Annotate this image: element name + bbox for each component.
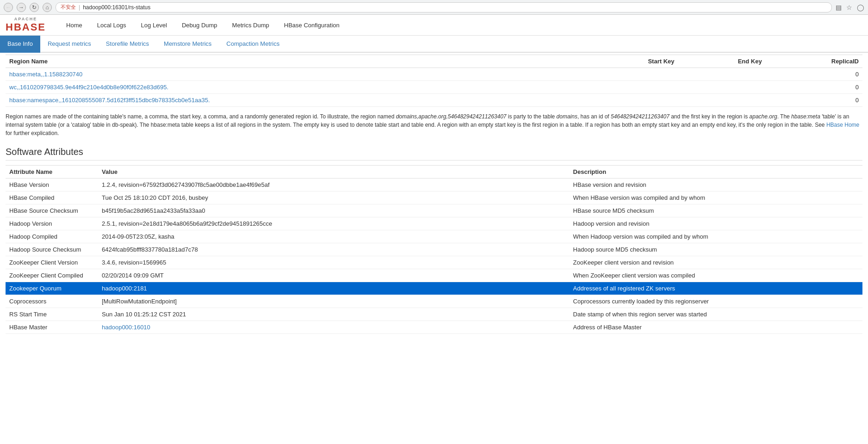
tab-compaction-metrics[interactable]: Compaction Metrics: [219, 36, 287, 53]
region-table: Region Name Start Key End Key ReplicaID …: [6, 55, 862, 107]
browser-chrome: ← → ↻ ⌂ 不安全 | hadoop000:16301/rs-status …: [0, 0, 868, 15]
main-nav: Home Local Logs Log Level Debug Dump Met…: [60, 19, 346, 31]
attr-desc-cell: HBase version and revision: [570, 179, 862, 191]
attr-desc-cell: Hadoop version and revision: [570, 217, 862, 230]
tab-base-info[interactable]: Base Info: [0, 36, 40, 53]
attr-desc-cell: ZooKeeper client version and revision: [570, 256, 862, 269]
attr-value-cell: [MultiRowMutationEndpoint]: [98, 295, 570, 308]
attr-row: RS Start Time Sun Jan 10 01:25:12 CST 20…: [6, 308, 862, 321]
nav-hbase-config[interactable]: HBase Configuration: [278, 19, 346, 31]
attr-desc-cell: When ZooKeeper client version was compil…: [570, 269, 862, 282]
attr-name-cell: ZooKeeper Client Compiled: [6, 269, 98, 282]
start-key-cell: [584, 94, 678, 107]
start-key-cell: [584, 81, 678, 94]
attr-row: Hadoop Compiled 2014-09-05T23:05Z, kasha…: [6, 230, 862, 243]
attr-value-cell: 3.4.6, revision=1569965: [98, 256, 570, 269]
nav-home[interactable]: Home: [60, 19, 89, 31]
tab-storefile-metrics[interactable]: Storefile Metrics: [99, 36, 156, 53]
col-start-key: Start Key: [584, 55, 678, 68]
replica-id-cell: 0: [766, 68, 862, 81]
hbase-text: HBASE: [6, 21, 46, 33]
attr-name-cell: ZooKeeper Client Version: [6, 256, 98, 269]
start-key-cell: [584, 68, 678, 81]
attr-desc-cell: Coprocessors currently loaded by this re…: [570, 295, 862, 308]
attr-row: HBase Compiled Tue Oct 25 18:10:20 CDT 2…: [6, 191, 862, 204]
attr-value-cell: hadoop000:16010: [98, 321, 570, 334]
attr-row: ZooKeeper Client Version 3.4.6, revision…: [6, 256, 862, 269]
address-bar[interactable]: 不安全 | hadoop000:16301/rs-status: [56, 2, 832, 12]
region-link[interactable]: wc,,1610209798345.9e44f9c210e4d0b8e90f0f…: [9, 84, 168, 91]
table-row: hbase:namespace,,1610208555087.5d162f3ff…: [6, 94, 862, 107]
account-icon[interactable]: ◯: [857, 4, 864, 11]
attr-row: ZooKeeper Client Compiled 02/20/2014 09:…: [6, 269, 862, 282]
attr-row: Hadoop Version 2.5.1, revision=2e18d179e…: [6, 217, 862, 230]
attr-desc-cell: When Hadoop version was compiled and by …: [570, 230, 862, 243]
attr-name-cell: HBase Source Checksum: [6, 204, 98, 217]
table-row: hbase:meta,,1.1588230740 0: [6, 68, 862, 81]
home-button[interactable]: ⌂: [43, 3, 52, 12]
back-button[interactable]: ←: [4, 3, 13, 12]
attr-row: Hadoop Source Checksum 6424fcab95bfff833…: [6, 243, 862, 256]
end-key-cell: [678, 81, 766, 94]
attr-name-cell: Hadoop Compiled: [6, 230, 98, 243]
region-name-cell: hbase:meta,,1.1588230740: [6, 68, 584, 81]
attr-row-zk-quorum: Zookeeper Quorum hadoop000:2181 Addresse…: [6, 282, 862, 295]
main-content: Region Name Start Key End Key ReplicaID …: [0, 55, 868, 343]
col-attr-value: Value: [98, 166, 570, 179]
col-attr-desc: Description: [570, 166, 862, 179]
attr-desc-cell-highlighted: Addresses of all registered ZK servers: [570, 282, 862, 295]
attr-name-cell: HBase Compiled: [6, 191, 98, 204]
attr-row: HBase Master hadoop000:16010 Address of …: [6, 321, 862, 334]
attr-desc-cell: Hadoop source MD5 checksum: [570, 243, 862, 256]
end-key-cell: [678, 94, 766, 107]
attr-name-cell: RS Start Time: [6, 308, 98, 321]
replica-id-cell: 0: [766, 81, 862, 94]
nav-log-level[interactable]: Log Level: [135, 19, 174, 31]
cast-icon[interactable]: ▤: [836, 4, 842, 11]
end-key-cell: [678, 68, 766, 81]
attr-desc-cell: HBase source MD5 checksum: [570, 204, 862, 217]
attr-desc-cell: Address of HBase Master: [570, 321, 862, 334]
col-end-key: End Key: [678, 55, 766, 68]
attr-row: Coprocessors [MultiRowMutationEndpoint] …: [6, 295, 862, 308]
nav-debug-dump[interactable]: Debug Dump: [175, 19, 224, 31]
attr-value-cell: Sun Jan 10 01:25:12 CST 2021: [98, 308, 570, 321]
hbase-master-link[interactable]: hadoop000:16010: [102, 324, 150, 331]
reload-button[interactable]: ↻: [30, 3, 39, 12]
attr-value-cell: 2014-09-05T23:05Z, kasha: [98, 230, 570, 243]
nav-local-logs[interactable]: Local Logs: [91, 19, 133, 31]
tab-memstore-metrics[interactable]: Memstore Metrics: [156, 36, 219, 53]
table-row: wc,,1610209798345.9e44f9c210e4d0b8e90f0f…: [6, 81, 862, 94]
attr-value-cell: Tue Oct 25 18:10:20 CDT 2016, busbey: [98, 191, 570, 204]
attr-name-cell: Hadoop Source Checksum: [6, 243, 98, 256]
region-link[interactable]: hbase:meta,,1.1588230740: [9, 71, 82, 78]
attr-name-cell: HBase Version: [6, 179, 98, 191]
attr-name-cell-highlighted: Zookeeper Quorum: [6, 282, 98, 295]
col-replica-id: ReplicaID: [766, 55, 862, 68]
attr-name-cell: HBase Master: [6, 321, 98, 334]
attr-value-cell: 02/20/2014 09:09 GMT: [98, 269, 570, 282]
tab-request-metrics[interactable]: Request metrics: [40, 36, 99, 53]
hbase-logo: APACHE HBASE: [6, 17, 46, 33]
security-warning: 不安全: [61, 4, 76, 11]
attr-desc-cell: Date stamp of when this region server wa…: [570, 308, 862, 321]
attr-value-cell: 2.5.1, revision=2e18d179e4a8065b6a9f29cf…: [98, 217, 570, 230]
hbase-header: APACHE HBASE Home Local Logs Log Level D…: [0, 15, 868, 36]
attr-value-cell: b45f19b5ac28d9651aa2433a5fa33aa0: [98, 204, 570, 217]
attr-value-cell-highlighted: hadoop000:2181: [98, 282, 570, 295]
nav-metrics-dump[interactable]: Metrics Dump: [226, 19, 276, 31]
col-region-name: Region Name: [6, 55, 584, 68]
apache-text: APACHE: [14, 17, 37, 21]
forward-button[interactable]: →: [17, 3, 26, 12]
attr-value-cell: 6424fcab95bfff8337780a181ad7c78: [98, 243, 570, 256]
region-link[interactable]: hbase:namespace,,1610208555087.5d162f3ff…: [9, 97, 210, 104]
col-attr-name: Attribute Name: [6, 166, 98, 179]
attr-name-cell: Hadoop Version: [6, 217, 98, 230]
browser-icons: ▤ ☆ ◯: [836, 4, 864, 11]
attr-value-cell: 1.2.4, revision=67592f3d062743907f8c5ae0…: [98, 179, 570, 191]
hbase-home-link[interactable]: HBase Home: [826, 122, 859, 128]
star-icon[interactable]: ☆: [846, 4, 852, 11]
replica-id-cell: 0: [766, 94, 862, 107]
attr-desc-cell: When HBase version was compiled and by w…: [570, 191, 862, 204]
tabs-bar: Base Info Request metrics Storefile Metr…: [0, 36, 868, 53]
